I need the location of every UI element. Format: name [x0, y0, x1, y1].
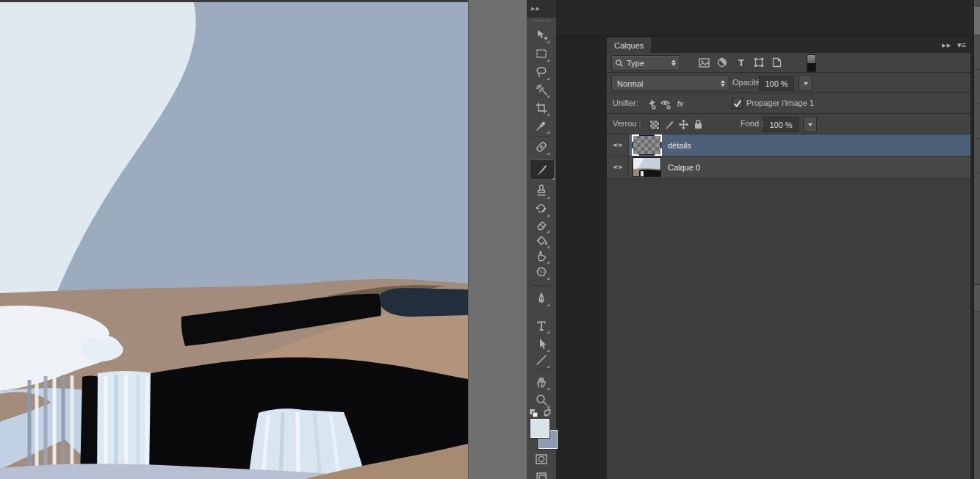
brush-tool[interactable]	[530, 159, 555, 180]
unify-row: Unifier: fx Propager l'image 1	[607, 93, 970, 114]
tools-panel: ▶▶	[527, 0, 556, 479]
unify-label: Unifier:	[613, 98, 638, 107]
line-tool[interactable]	[534, 353, 549, 367]
blend-mode-row: Normal Opacité : 100 %	[607, 73, 970, 93]
eyedropper-tool[interactable]	[534, 118, 549, 133]
pasteboard	[468, 0, 527, 479]
smudge-tool[interactable]	[534, 248, 549, 263]
opacity-value[interactable]: 100 %	[759, 76, 794, 91]
propagate-frame-checkbox[interactable]	[732, 98, 743, 109]
panel-collapse-icon[interactable]: ▶▶	[942, 43, 951, 48]
dock-edge-button[interactable]	[974, 284, 980, 312]
document-canvas[interactable]	[0, 0, 468, 479]
unify-position-icon[interactable]	[645, 98, 657, 109]
swap-colors-icon[interactable]	[542, 407, 552, 417]
pen-tool[interactable]	[534, 291, 549, 306]
eraser-tool[interactable]	[534, 217, 549, 232]
layer-row-details[interactable]: détails	[607, 134, 970, 156]
layer-name[interactable]: Calque 0	[668, 163, 700, 172]
layer-row-calque0[interactable]: Calque 0	[607, 156, 970, 179]
layers-panel-tabbar: Calques ▶▶ ▾≡	[607, 37, 970, 53]
panel-menu-icon[interactable]: ▾≡	[957, 40, 966, 50]
layers-empty-area	[607, 179, 970, 479]
thumbnail-image	[633, 158, 660, 176]
eye-icon	[612, 163, 624, 171]
magic-wand-tool[interactable]	[534, 82, 549, 97]
paint-bucket-tool[interactable]	[534, 233, 549, 248]
filter-on-off-toggle[interactable]	[807, 54, 816, 72]
hand-tool[interactable]	[534, 375, 549, 389]
layers-panel: Calques ▶▶ ▾≡ Type T Normal Opacité : 10	[606, 37, 971, 479]
search-icon	[615, 59, 624, 68]
layer-thumbnail-calque0[interactable]	[633, 157, 661, 177]
unify-effects-icon[interactable]: fx	[674, 98, 686, 109]
toolbar-grip[interactable]	[527, 18, 556, 24]
layer-visibility-toggle[interactable]	[607, 134, 629, 156]
zoom-tool[interactable]	[534, 392, 549, 407]
fill-dropdown-button[interactable]	[803, 117, 817, 132]
lock-label: Verrou :	[613, 119, 641, 128]
healing-brush-tool[interactable]	[534, 140, 549, 154]
quick-mask-icon[interactable]	[534, 452, 549, 467]
panel-dock-background	[556, 0, 980, 37]
move-tool[interactable]	[534, 28, 549, 43]
clone-stamp-tool[interactable]	[534, 184, 549, 198]
lock-all-icon[interactable]	[692, 118, 704, 130]
lock-pixels-icon[interactable]	[663, 118, 675, 130]
filter-shape-layers-icon[interactable]	[753, 57, 765, 68]
tab-calques[interactable]: Calques	[607, 37, 651, 53]
toolbar-collapse-icon[interactable]: ▶▶	[527, 0, 556, 18]
history-brush-tool[interactable]	[534, 201, 549, 216]
filter-type-select[interactable]: Type	[611, 55, 680, 71]
type-tool[interactable]	[534, 318, 549, 333]
filter-pixel-layers-icon[interactable]	[698, 57, 710, 68]
default-colors-icon[interactable]	[529, 408, 539, 419]
filter-smart-objects-icon[interactable]	[771, 57, 782, 68]
path-select-tool[interactable]	[534, 336, 549, 351]
opacity-dropdown-button[interactable]	[799, 76, 813, 91]
layer-visibility-toggle[interactable]	[607, 156, 629, 178]
painting-landscape	[0, 0, 468, 479]
filter-type-layers-icon[interactable]: T	[735, 57, 747, 68]
foreground-color-swatch[interactable]	[530, 419, 550, 438]
check-icon	[733, 99, 742, 108]
lock-transparency-icon[interactable]	[649, 119, 660, 131]
marquee-tool[interactable]	[534, 46, 549, 61]
layer-name[interactable]: détails	[668, 141, 691, 150]
lock-position-icon[interactable]	[677, 118, 689, 130]
filter-adjustment-layers-icon[interactable]	[716, 57, 728, 68]
dodge-tool[interactable]	[534, 264, 549, 279]
screen-mode-icon[interactable]	[534, 471, 549, 479]
crop-tool[interactable]	[534, 101, 549, 115]
lasso-tool[interactable]	[534, 65, 549, 79]
layer-thumbnail-details[interactable]	[633, 135, 661, 155]
filter-type-label: Type	[627, 59, 644, 68]
fill-label: Fond :	[741, 119, 763, 128]
collapsed-dock-edge[interactable]	[973, 0, 980, 479]
eye-icon	[612, 141, 624, 149]
lock-row: Verrou : Fond : 100 %	[607, 114, 970, 134]
blend-mode-select[interactable]: Normal	[611, 76, 729, 91]
fill-value[interactable]: 100 %	[763, 117, 799, 132]
blend-mode-value: Normal	[617, 79, 643, 88]
propagate-frame-label: Propager l'image 1	[746, 98, 814, 107]
unify-visibility-icon[interactable]	[660, 98, 671, 109]
layer-filter-row: Type T	[607, 53, 970, 73]
